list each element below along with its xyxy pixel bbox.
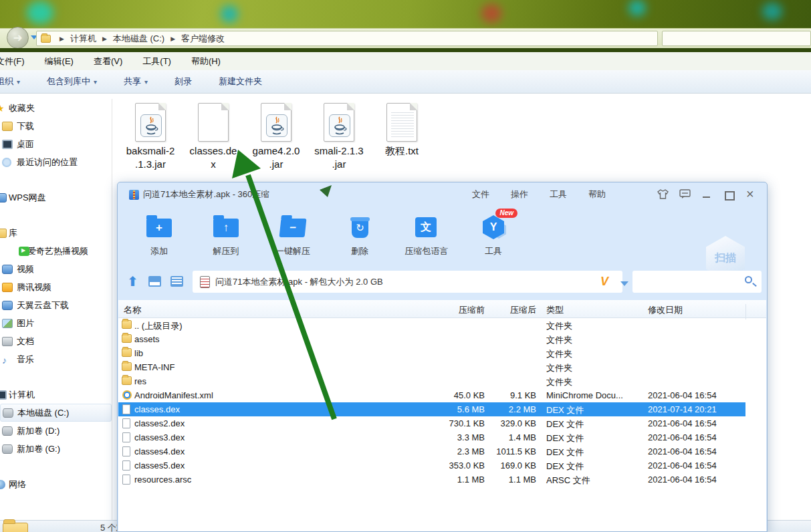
menu-item[interactable]: 文件(F) (0, 53, 30, 70)
sidebar-item-network[interactable]: 网络 (0, 475, 112, 493)
archive-row-res[interactable]: res 文件夹 (118, 374, 766, 388)
360zip-window: 问道71本地全素材.apk - 360压缩 文件操作工具帮助 扫描 + 添加 ↑… (117, 182, 768, 532)
zip-toolbar-extract-to-button[interactable]: ↑ 解压到 (194, 213, 258, 257)
text-lines-icon (391, 110, 414, 138)
command-bar-item[interactable]: 新建文件夹 (215, 72, 266, 91)
extract-to-icon: ↑ (213, 219, 239, 237)
file-item[interactable]: game4.2.0 .jar (246, 103, 306, 171)
file-item[interactable]: classes.de x (183, 103, 243, 171)
sidebar-item-downloads-folder[interactable]: 下载 (0, 117, 112, 135)
zip-menu-item[interactable]: 帮助 (588, 188, 606, 201)
command-bar-item[interactable]: 刻录 (170, 72, 196, 91)
cloud-drive-icon (2, 301, 13, 310)
sidebar-item-tencent-video[interactable]: 腾讯视频 (0, 278, 112, 296)
archive-row-classes.dex[interactable]: classes.dex 5.6 MB 2.2 MB DEX 文件 2021-07… (118, 402, 745, 416)
sidebar-item-cloud-drive[interactable]: 天翼云盘下载 (0, 296, 112, 314)
file-name-line1: game4.2.0 (246, 144, 306, 158)
sidebar-item-libraries[interactable]: 库 (0, 224, 112, 242)
menu-item[interactable]: 工具(T) (137, 53, 177, 70)
zip-toolbar-add-button[interactable]: + 添加 (127, 213, 191, 257)
breadcrumb-client-mod-folder[interactable]: 客户端修改 (181, 33, 225, 45)
sidebar-item-volume-g[interactable]: 新加卷 (G:) (0, 440, 112, 458)
sidebar-item-iqiyi[interactable]: 爱奇艺热播视频 (0, 242, 112, 260)
sidebar-item-computer[interactable]: 计算机 (0, 386, 112, 404)
minimize-button[interactable] (701, 189, 712, 200)
archive-row-AndroidManifest.xml[interactable]: AndroidManifest.xml 45.0 KB 9.1 KB MiniC… (118, 388, 766, 402)
screen: ➜ ▶ 计算机 ▶ 本地磁盘 (C:) ▶ 客户端修改 文件(F)编辑(E)查看… (0, 0, 811, 532)
archive-row-assets[interactable]: assets 文件夹 (118, 332, 766, 346)
file-icon (261, 103, 292, 142)
archive-row-..-[interactable]: .. (上级目录) 文件夹 (118, 318, 766, 332)
menu-item[interactable]: 查看(V) (88, 53, 128, 70)
zip-toolbar-one-click-extract-button[interactable]: − 一键解压 (261, 213, 325, 257)
file-list-area: baksmali-2 .1.3.jar classes.de x (120, 94, 495, 180)
column-size-after[interactable]: 压缩后 (493, 304, 536, 316)
zip-toolbar-tools-button[interactable]: New Y 工具 (461, 213, 526, 257)
explorer-search-input[interactable] (662, 31, 811, 46)
360zip-address-row: ⬆ 问道71本地全素材.apk - 解包大小为 2.0 GB V (118, 265, 767, 299)
zip-menu-item[interactable]: 工具 (550, 188, 567, 201)
column-type[interactable]: 类型 (546, 304, 564, 316)
archive-search-input[interactable] (632, 271, 762, 293)
zip-menu-item[interactable]: 操作 (511, 188, 528, 201)
sidebar-item-local-disk[interactable]: 本地磁盘 (C:) (0, 404, 112, 422)
forward-button[interactable]: ➜ (7, 27, 29, 49)
menu-item[interactable]: 帮助(H) (186, 53, 226, 70)
file-name-line1: baksmali-2 (120, 144, 181, 158)
file-icon (386, 103, 417, 142)
favorites-star-icon (0, 104, 7, 113)
close-button[interactable] (745, 189, 756, 200)
archive-row-classes5.dex[interactable]: classes5.dex 353.0 KB 169.0 KB DEX 文件 20… (118, 458, 766, 473)
maximize-button[interactable] (723, 189, 734, 200)
archive-path-bar[interactable]: 问道71本地全素材.apk - 解包大小为 2.0 GB (193, 271, 622, 293)
sidebar-item-volume-d[interactable]: 新加卷 (D:) (0, 422, 112, 440)
zip-menu-item[interactable]: 文件 (472, 188, 489, 201)
file-item[interactable]: smali-2.1.3 .jar (309, 103, 369, 171)
list-view-toggle[interactable] (170, 276, 183, 287)
pictures-icon (2, 319, 13, 328)
command-bar-item[interactable]: 包含到库中 (43, 72, 101, 91)
archive-row-META-INF[interactable]: META-INF 文件夹 (118, 360, 766, 374)
column-name[interactable]: 名称 (124, 304, 141, 316)
sidebar-item-pictures[interactable]: 图片 (0, 314, 112, 332)
sidebar-item-recent-places[interactable]: 最近访问的位置 (0, 153, 112, 171)
file-item[interactable]: baksmali-2 .1.3.jar (120, 103, 181, 171)
folder-icon (122, 376, 132, 385)
column-size-before[interactable]: 压缩前 (406, 304, 485, 316)
breadcrumb-local-disk-c[interactable]: 本地磁盘 (C:) (113, 33, 164, 45)
v-scan-logo-icon[interactable]: V (600, 275, 608, 289)
up-level-icon[interactable]: ⬆ (127, 273, 138, 289)
file-item[interactable]: 教程.txt (372, 103, 432, 158)
feedback-icon[interactable] (679, 189, 690, 200)
menu-item[interactable]: 编辑(E) (39, 53, 79, 70)
sidebar-item-desktop[interactable]: 桌面 (0, 135, 112, 153)
command-bar-item[interactable]: 共享 (120, 72, 152, 91)
v-dropdown-icon[interactable] (620, 281, 628, 286)
sidebar-item-favorites-star[interactable]: 收藏夹 (0, 99, 112, 117)
list-header-row[interactable]: 名称 压缩前 压缩后 类型 修改日期 (118, 300, 766, 318)
file-icon (122, 404, 130, 414)
sidebar-item-documents[interactable]: 文档 (0, 332, 112, 350)
explorer-menubar: 文件(F)编辑(E)查看(V)工具(T)帮助(H) (0, 52, 811, 70)
breadcrumb-computer[interactable]: 计算机 (70, 33, 96, 45)
360zip-titlebar[interactable]: 问道71本地全素材.apk - 360压缩 文件操作工具帮助 (118, 182, 767, 207)
archive-row-resources.arsc[interactable]: resources.arsc 1.1 MB 1.1 MB ARSC 文件 202… (118, 473, 766, 487)
command-bar-item[interactable]: 组织 (0, 72, 24, 91)
archive-row-classes3.dex[interactable]: classes3.dex 3.3 MB 1.4 MB DEX 文件 2021-0… (118, 430, 766, 444)
folder-icon (122, 362, 132, 371)
videos-icon (2, 265, 13, 274)
zip-toolbar-archive-language-button[interactable]: 文 压缩包语言 (394, 213, 459, 257)
sidebar-item-wps-cloud[interactable]: WPS网盘 (0, 188, 112, 207)
archive-row-classes4.dex[interactable]: classes4.dex 2.3 MB 1011.5 KB DEX 文件 202… (118, 444, 766, 458)
icon-view-toggle[interactable] (148, 276, 161, 287)
archive-row-classes2.dex[interactable]: classes2.dex 730.1 KB 329.0 KB DEX 文件 20… (118, 416, 766, 430)
status-folder-icon (3, 523, 28, 532)
zip-toolbar-delete-button[interactable]: ↻ 删除 (328, 213, 392, 257)
skin-icon[interactable] (657, 189, 668, 200)
address-bar[interactable]: ▶ 计算机 ▶ 本地磁盘 (C:) ▶ 客户端修改 (36, 31, 658, 46)
column-date[interactable]: 修改日期 (648, 304, 683, 316)
sidebar-item-videos[interactable]: 视频 (0, 260, 112, 278)
archive-row-lib[interactable]: lib 文件夹 (118, 346, 766, 360)
sidebar-item-music[interactable]: 音乐 (0, 350, 112, 368)
breadcrumb-arrow-icon: ▶ (60, 35, 64, 42)
